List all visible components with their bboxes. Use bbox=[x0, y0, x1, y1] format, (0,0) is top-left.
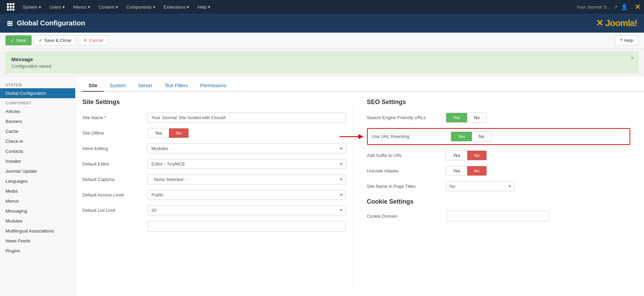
sidebar-item-languages[interactable]: Languages bbox=[0, 176, 75, 186]
sef-urls-label: Search Engine Friendly URLs bbox=[367, 115, 442, 120]
user-site-label[interactable]: Your Joomla! S... bbox=[576, 4, 610, 10]
cancel-button[interactable]: ✕ Cancel bbox=[78, 35, 108, 45]
default-captcha-label: Default Captcha bbox=[82, 177, 144, 182]
sidebar-item-installer[interactable]: Installer bbox=[0, 156, 75, 166]
tab-permissions[interactable]: Permissions bbox=[194, 80, 232, 92]
sidebar-item-banners[interactable]: Banners bbox=[0, 116, 75, 126]
site-offline-toggle: Yes No bbox=[148, 128, 189, 138]
site-offline-label: Site Offline bbox=[82, 130, 144, 136]
sidebar-item-multilingual[interactable]: Multilingual Associations bbox=[0, 226, 75, 236]
page-title: Global Configuration bbox=[17, 19, 85, 27]
toolbar: ✓ Save ✓ Save & Close ✕ Cancel ? Help bbox=[0, 33, 644, 48]
inline-editing-control: Modules None Modules & Plugins bbox=[148, 144, 346, 153]
site-name-row: Site Name * bbox=[82, 113, 346, 123]
default-editor-label: Default Editor bbox=[82, 161, 144, 167]
save-icon: ✓ bbox=[11, 38, 14, 43]
site-name-titles-label: Site Name in Page Titles bbox=[367, 184, 442, 189]
sidebar-item-joomla-update[interactable]: Joomla! Update bbox=[0, 166, 75, 176]
topnav-right: Your Joomla! S... ↗ 👤 ✕ bbox=[576, 3, 641, 11]
site-name-label: Site Name * bbox=[82, 115, 144, 120]
add-suffix-row: Add Suffix to URL Yes No bbox=[367, 150, 631, 160]
tab-system[interactable]: System bbox=[104, 80, 132, 92]
cookie-domain-row: Cookie Domain bbox=[367, 211, 631, 221]
help-button[interactable]: ? Help bbox=[615, 35, 639, 45]
site-name-titles-select[interactable]: No Before After bbox=[446, 181, 515, 191]
nav-menus[interactable]: Menus ▾ bbox=[70, 0, 94, 14]
extra-field-row bbox=[82, 221, 346, 232]
toolbar-left: ✓ Save ✓ Save & Close ✕ Cancel bbox=[5, 35, 108, 45]
site-name-input[interactable] bbox=[148, 113, 346, 123]
message-title: Message bbox=[11, 56, 633, 62]
nav-content[interactable]: Content ▾ bbox=[95, 0, 122, 14]
unicode-aliases-control: Yes No bbox=[446, 166, 631, 176]
sidebar: SYSTEM Global Configuration COMPONENT Ar… bbox=[0, 77, 76, 296]
url-rewriting-control: Yes No bbox=[451, 132, 626, 141]
close-icon[interactable]: × bbox=[631, 55, 634, 61]
seo-settings-title: SEO Settings bbox=[367, 99, 631, 106]
sidebar-item-contacts[interactable]: Contacts bbox=[0, 146, 75, 156]
url-rewriting-toggle: Yes No bbox=[451, 132, 492, 141]
joomla-home-icon[interactable] bbox=[3, 0, 18, 14]
site-name-titles-row: Site Name in Page Titles No Before After bbox=[367, 181, 631, 191]
sidebar-item-articles[interactable]: Articles bbox=[0, 106, 75, 116]
red-arrow-indicator bbox=[340, 132, 364, 142]
sidebar-item-plugins[interactable]: Plugins bbox=[0, 246, 75, 256]
unicode-no-btn[interactable]: No bbox=[467, 166, 487, 175]
system-section-label: SYSTEM bbox=[0, 80, 75, 88]
url-rewriting-no-btn[interactable]: No bbox=[472, 132, 492, 141]
topnav-left: System ▾ Users ▾ Menus ▾ Content ▾ Compo… bbox=[3, 0, 214, 14]
add-suffix-label: Add Suffix to URL bbox=[367, 153, 442, 158]
site-offline-no-btn[interactable]: No bbox=[169, 128, 188, 138]
default-access-level-select[interactable]: Public Registered Special bbox=[148, 190, 346, 200]
cookie-settings-title: Cookie Settings bbox=[367, 198, 631, 205]
sidebar-item-cache[interactable]: Cache bbox=[0, 126, 75, 136]
inline-editing-label: Inline Editing bbox=[82, 146, 144, 151]
nav-system[interactable]: System ▾ bbox=[19, 0, 45, 14]
default-editor-select[interactable]: Editor - TinyMCE bbox=[148, 159, 346, 169]
red-arrow-svg bbox=[340, 132, 364, 142]
add-suffix-yes-btn[interactable]: Yes bbox=[446, 151, 467, 160]
sidebar-item-modules[interactable]: Modules bbox=[0, 216, 75, 226]
sidebar-item-checkin[interactable]: Check-in bbox=[0, 136, 75, 146]
top-navigation: System ▾ Users ▾ Menus ▾ Content ▾ Compo… bbox=[0, 0, 644, 14]
default-captcha-select[interactable]: - None Selected - bbox=[148, 174, 346, 184]
default-editor-row: Default Editor Editor - TinyMCE bbox=[82, 159, 346, 169]
user-icon[interactable]: 👤 bbox=[621, 4, 628, 10]
default-captcha-row: Default Captcha - None Selected - bbox=[82, 174, 346, 184]
tab-site[interactable]: Site bbox=[82, 80, 104, 92]
add-suffix-toggle: Yes No bbox=[446, 150, 487, 160]
message-text: Configuration saved. bbox=[11, 64, 633, 69]
nav-users[interactable]: Users ▾ bbox=[46, 0, 68, 14]
save-button[interactable]: ✓ Save bbox=[5, 35, 32, 45]
default-access-level-row: Default Access Level Public Registered S… bbox=[82, 190, 346, 200]
nav-help[interactable]: Help ▾ bbox=[194, 0, 214, 14]
add-suffix-no-btn[interactable]: No bbox=[467, 151, 487, 160]
site-offline-yes-btn[interactable]: Yes bbox=[148, 128, 169, 138]
tab-text-filters[interactable]: Text Filters bbox=[159, 80, 194, 92]
tab-server[interactable]: Server bbox=[132, 80, 158, 92]
sidebar-item-menus[interactable]: Menus bbox=[0, 196, 75, 206]
save-close-button[interactable]: ✓ Save & Close bbox=[34, 35, 77, 45]
url-rewriting-label: Use URL Rewriting bbox=[372, 134, 447, 139]
seo-settings-column: SEO Settings Search Engine Friendly URLs… bbox=[360, 99, 637, 291]
nav-extensions[interactable]: Extensions ▾ bbox=[160, 0, 193, 14]
sidebar-item-newsfeeds[interactable]: News Feeds bbox=[0, 236, 75, 246]
inline-editing-select[interactable]: Modules None Modules & Plugins bbox=[148, 144, 346, 153]
site-offline-control: Yes No bbox=[148, 128, 346, 138]
joomla-logo-nav: ✕ bbox=[635, 3, 641, 11]
sef-yes-btn[interactable]: Yes bbox=[446, 113, 467, 122]
nav-components[interactable]: Components ▾ bbox=[123, 0, 159, 14]
sidebar-item-messaging[interactable]: Messaging bbox=[0, 206, 75, 216]
main-layout: SYSTEM Global Configuration COMPONENT Ar… bbox=[0, 77, 644, 296]
unicode-yes-btn[interactable]: Yes bbox=[446, 166, 467, 175]
sidebar-item-media[interactable]: Media bbox=[0, 186, 75, 196]
default-editor-control: Editor - TinyMCE bbox=[148, 159, 346, 169]
url-rewriting-yes-btn[interactable]: Yes bbox=[451, 132, 472, 141]
grid-menu-icon bbox=[7, 3, 14, 11]
external-link-icon: ↗ bbox=[614, 4, 618, 10]
cancel-icon: ✕ bbox=[83, 38, 87, 43]
sef-no-btn[interactable]: No bbox=[467, 113, 487, 122]
sef-urls-control: Yes No bbox=[446, 113, 631, 123]
default-list-limit-select[interactable]: 20 5 10 15 25 50 bbox=[148, 205, 346, 215]
sidebar-item-global-configuration[interactable]: Global Configuration bbox=[0, 88, 75, 98]
